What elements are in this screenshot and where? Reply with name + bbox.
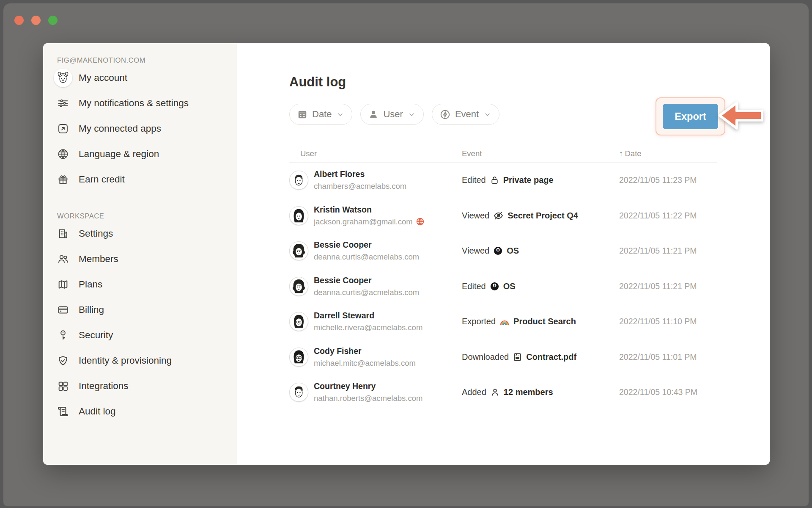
table-row: Cody Fisher michael.mitc@acmelabs.com Do… bbox=[289, 340, 717, 375]
eight-ball-icon: 8 bbox=[490, 282, 499, 291]
sidebar-item-members[interactable]: Members bbox=[56, 246, 237, 272]
calendar-icon bbox=[297, 109, 308, 120]
avatar bbox=[289, 277, 308, 296]
event-object: 12 members bbox=[504, 387, 553, 397]
avatar bbox=[289, 348, 308, 367]
sidebar-item-audit-log[interactable]: Audit log bbox=[56, 399, 237, 424]
column-header-date-sort[interactable]: ↑ Date bbox=[619, 149, 642, 158]
event-action: Edited bbox=[462, 282, 486, 291]
event-action: Edited bbox=[462, 175, 486, 185]
event-date: 2022/11/05 11:21 PM bbox=[619, 282, 717, 291]
sidebar-item-billing[interactable]: Billing bbox=[56, 297, 237, 323]
table-header: User Event ↑ Date bbox=[289, 145, 717, 163]
column-header-user: User bbox=[289, 149, 462, 158]
sidebar-item-label: My account bbox=[79, 72, 127, 83]
user-email: deanna.curtis@acmelabs.com bbox=[314, 252, 419, 262]
user-email: michael.mitc@acmelabs.com bbox=[314, 359, 416, 368]
arrow-up-right-square-icon bbox=[56, 121, 70, 136]
sidebar-item-security[interactable]: Security bbox=[56, 323, 237, 348]
user-email: nathan.roberts@acmelabs.com bbox=[314, 394, 422, 403]
event-object: Private page bbox=[503, 175, 554, 185]
event-action: Exported bbox=[462, 317, 496, 326]
audit-log-table: User Event ↑ Date bbox=[289, 145, 717, 410]
event-action: Added bbox=[462, 387, 486, 397]
sidebar-item-label: Settings bbox=[79, 228, 113, 239]
event-date: 2022/11/05 11:10 PM bbox=[619, 317, 717, 326]
avatar bbox=[289, 383, 308, 402]
sidebar-item-label: My notifications & settings bbox=[79, 98, 189, 109]
column-header-event: Event bbox=[462, 149, 619, 158]
people-icon bbox=[56, 252, 70, 266]
sidebar-item-label: Billing bbox=[79, 304, 104, 315]
workspace-section-label: WORKSPACE bbox=[57, 211, 237, 221]
export-annotation-zone: Export bbox=[656, 97, 765, 136]
sidebar-item-integrations[interactable]: Integrations bbox=[56, 373, 237, 399]
sidebar-item-label: Language & region bbox=[79, 149, 159, 160]
lock-icon bbox=[490, 175, 499, 185]
table-row: Kristin Watson jackson.graham@gmail.com … bbox=[289, 198, 717, 234]
sidebar-item-label: Earn credit bbox=[79, 174, 125, 185]
sidebar-item-settings[interactable]: Settings bbox=[56, 221, 237, 246]
user-email: deanna.curtis@acmelabs.com bbox=[314, 288, 419, 297]
chevron-down-icon bbox=[408, 111, 415, 118]
user-filter-label: User bbox=[383, 109, 403, 120]
avatar bbox=[289, 312, 308, 331]
user-filter-chip[interactable]: User bbox=[360, 104, 423, 125]
credit-card-icon bbox=[56, 303, 70, 317]
app-window: FIG@MAKENOTION.COM My account bbox=[3, 3, 809, 506]
event-cell: Viewed 8 OS bbox=[462, 246, 619, 256]
zoom-window-button[interactable] bbox=[48, 16, 58, 25]
event-cell: Exported Product Search bbox=[462, 317, 619, 327]
sidebar-item-language-region[interactable]: Language & region bbox=[56, 141, 237, 167]
window-controls bbox=[14, 16, 58, 25]
avatar bbox=[289, 241, 308, 260]
event-filter-chip[interactable]: Event bbox=[432, 104, 499, 125]
sidebar-item-connected-apps[interactable]: My connected apps bbox=[56, 116, 237, 141]
table-row: Darrell Steward michelle.rivera@acmelabs… bbox=[289, 304, 717, 340]
date-filter-chip[interactable]: Date bbox=[289, 104, 352, 125]
svg-text:8: 8 bbox=[494, 284, 496, 287]
event-action: Viewed bbox=[462, 211, 489, 221]
event-cell: Viewed Secret Project Q4 bbox=[462, 210, 619, 221]
sidebar-item-label: Identity & provisioning bbox=[79, 355, 172, 366]
event-date: 2022/11/05 10:43 PM bbox=[619, 387, 717, 397]
minimize-window-button[interactable] bbox=[31, 16, 41, 25]
event-action: Viewed bbox=[462, 246, 489, 256]
sidebar-item-earn-credit[interactable]: Earn credit bbox=[56, 167, 237, 192]
avatar bbox=[289, 171, 308, 190]
export-button[interactable]: Export bbox=[663, 104, 718, 129]
sidebar-item-label: Integrations bbox=[79, 381, 129, 392]
settings-dialog: FIG@MAKENOTION.COM My account bbox=[43, 43, 770, 465]
table-row: Courtney Henry nathan.roberts@acmelabs.c… bbox=[289, 375, 717, 410]
table-row: Albert Flores chambers@acmelabs.com Edit… bbox=[289, 163, 717, 198]
table-row: Bessie Cooper deanna.curtis@acmelabs.com… bbox=[289, 233, 717, 269]
table-row: Bessie Cooper deanna.curtis@acmelabs.com… bbox=[289, 269, 717, 304]
event-filter-label: Event bbox=[455, 109, 479, 120]
event-cell: Edited 8 OS bbox=[462, 282, 619, 291]
building-icon bbox=[56, 226, 70, 241]
sidebar-item-notifications-settings[interactable]: My notifications & settings bbox=[56, 91, 237, 116]
eye-off-icon bbox=[493, 210, 504, 221]
sidebar-item-plans[interactable]: Plans bbox=[56, 272, 237, 297]
shield-check-icon bbox=[56, 353, 70, 368]
event-cell: Edited Private page bbox=[462, 175, 619, 185]
sidebar-item-label: My connected apps bbox=[79, 123, 161, 134]
close-window-button[interactable] bbox=[14, 16, 24, 25]
sidebar-item-label: Plans bbox=[79, 279, 102, 290]
chevron-down-icon bbox=[337, 111, 344, 118]
eight-ball-icon: 8 bbox=[493, 246, 503, 256]
date-filter-label: Date bbox=[312, 109, 332, 120]
sort-ascending-icon: ↑ bbox=[619, 149, 623, 158]
key-icon bbox=[56, 328, 70, 342]
user-name: Courtney Henry bbox=[314, 381, 422, 391]
event-object: Product Search bbox=[513, 317, 576, 326]
guest-globe-icon bbox=[416, 217, 425, 226]
user-name: Cody Fisher bbox=[314, 346, 416, 356]
event-object: OS bbox=[503, 282, 516, 291]
sidebar-item-identity-provisioning[interactable]: Identity & provisioning bbox=[56, 348, 237, 373]
event-date: 2022/11/05 11:01 PM bbox=[619, 352, 717, 362]
globe-icon bbox=[56, 147, 70, 161]
filter-bar: Date User bbox=[289, 104, 499, 125]
sidebar-item-my-account[interactable]: My account bbox=[56, 65, 237, 91]
grid-icon bbox=[56, 379, 70, 393]
